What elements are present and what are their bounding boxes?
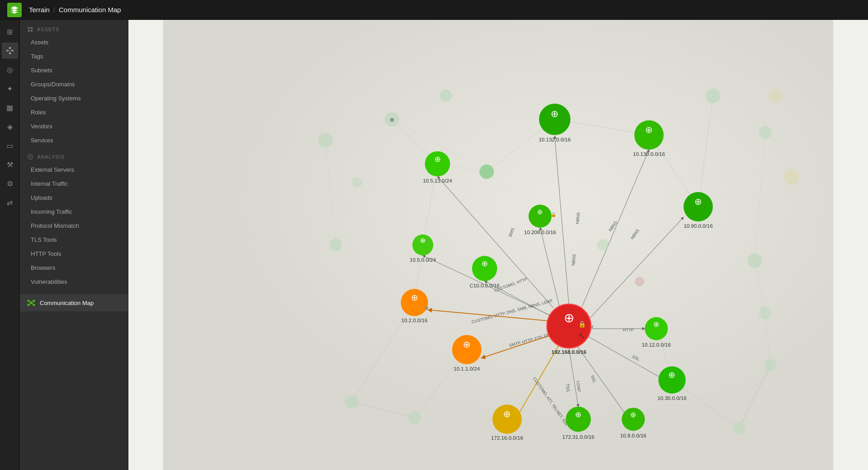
svg-point-16 — [33, 300, 35, 302]
svg-text:10.12.0.0/16: 10.12.0.0/16 — [642, 342, 671, 348]
svg-point-99 — [783, 169, 799, 185]
svg-text:172.31.0.0/16: 172.31.0.0/16 — [562, 434, 594, 440]
svg-text:LDAP: LDAP — [576, 381, 581, 392]
sidebar-item-uploads[interactable]: Uploads — [20, 191, 128, 205]
svg-point-17 — [28, 304, 29, 306]
svg-text:TSS: TSS — [566, 384, 571, 392]
svg-line-21 — [29, 303, 31, 305]
svg-text:⊕: ⊕ — [420, 236, 426, 244]
sidebar-item-external-servers[interactable]: External Servers — [20, 163, 128, 177]
svg-point-101 — [635, 277, 644, 287]
svg-text:🔒: 🔒 — [578, 320, 586, 328]
svg-text:⊕: ⊕ — [669, 370, 676, 380]
svg-point-112 — [479, 164, 494, 179]
svg-text:10.132.0.0/16: 10.132.0.0/16 — [539, 137, 571, 142]
svg-text:10.5.13.0/24: 10.5.13.0/24 — [423, 178, 452, 183]
svg-text:⊕: ⊕ — [481, 259, 488, 268]
svg-point-87 — [318, 133, 333, 147]
svg-text:192.168.0.0/16: 192.168.0.0/16 — [552, 349, 587, 355]
svg-text:⊕: ⊕ — [463, 339, 471, 349]
svg-point-15 — [28, 300, 29, 302]
svg-line-19 — [29, 301, 31, 302]
sidebar-item-roles[interactable]: Roles — [20, 105, 128, 119]
svg-rect-1 — [9, 53, 11, 54]
svg-text:10.5.0.0/24: 10.5.0.0/24 — [410, 257, 436, 263]
globe-nav[interactable]: ◎ — [2, 61, 18, 78]
alerts-nav[interactable]: ◈ — [2, 118, 18, 135]
svg-text:10.1.1.0/24: 10.1.1.0/24 — [454, 366, 481, 371]
svg-text:10.130.0.0/16: 10.130.0.0/16 — [633, 151, 665, 157]
sidebar-item-subnets[interactable]: Subnets — [20, 63, 128, 77]
svg-point-98 — [769, 89, 783, 103]
sidebar-item-groups[interactable]: Groups/Domains — [20, 77, 128, 91]
svg-text:HTTP: HTTP — [623, 328, 634, 332]
app-title: Terrain — [29, 6, 50, 14]
sidebar-item-tls-tools[interactable]: TLS Tools — [20, 233, 128, 247]
reports-nav[interactable]: ▦ — [2, 99, 18, 116]
svg-point-92 — [706, 89, 720, 103]
svg-text:⊕: ⊕ — [551, 108, 559, 119]
svg-line-22 — [32, 303, 33, 305]
sidebar-item-communication-map[interactable]: Communication Map — [20, 294, 128, 311]
monitor-nav[interactable]: ▭ — [2, 137, 18, 154]
svg-text:⊕: ⊕ — [630, 410, 636, 418]
sidebar: ASSETS Assets Tags Subnets Groups/Domain… — [20, 20, 128, 470]
main-layout: ⊞ ◎ ✦ ▦ ◈ ▭ ⚒ ⚙ ⇄ ASSETS Assets Tags Sub… — [0, 20, 868, 470]
svg-point-86 — [439, 89, 452, 102]
svg-text:10.90.0.0/16: 10.90.0.0/16 — [684, 223, 712, 229]
svg-text:🔒: 🔒 — [551, 212, 557, 217]
svg-text:⊕: ⊕ — [390, 117, 394, 122]
svg-rect-8 — [28, 27, 30, 29]
svg-rect-9 — [31, 27, 33, 29]
network-map[interactable]: BMS NBNS NBNS NBNS NBNS CUSTOMO, HTTP CU… — [128, 20, 868, 470]
svg-point-89 — [352, 177, 362, 187]
svg-text:⊕: ⊕ — [434, 155, 441, 164]
share-nav[interactable]: ⇄ — [2, 194, 18, 211]
svg-text:⊕: ⊕ — [503, 409, 511, 419]
svg-point-93 — [759, 126, 772, 139]
svg-rect-0 — [9, 47, 11, 49]
svg-point-97 — [733, 422, 745, 434]
sidebar-item-assets[interactable]: Assets — [20, 35, 128, 49]
svg-line-20 — [32, 301, 33, 302]
svg-text:⊕: ⊕ — [564, 311, 574, 325]
svg-point-95 — [759, 307, 772, 320]
svg-point-18 — [33, 304, 35, 306]
sidebar-item-vulnerabilities[interactable]: Vulnerabilities — [20, 275, 128, 289]
svg-point-96 — [764, 359, 777, 371]
settings-nav[interactable]: ⚙ — [2, 175, 18, 192]
svg-point-100 — [597, 239, 609, 250]
fingerprint-nav[interactable]: ✦ — [2, 80, 18, 97]
network-nav[interactable] — [2, 42, 18, 59]
svg-rect-11 — [31, 30, 33, 32]
svg-text:172.16.0.0/16: 172.16.0.0/16 — [491, 435, 523, 441]
svg-text:10.30.0.0/16: 10.30.0.0/16 — [657, 395, 686, 401]
dashboard-nav[interactable]: ⊞ — [2, 24, 18, 40]
sidebar-item-protocol-mismatch[interactable]: Protocol Mismatch — [20, 219, 128, 233]
svg-text:↖: ↖ — [578, 331, 585, 341]
svg-text:⊕: ⊕ — [575, 410, 581, 419]
svg-text:10.8.0.0/16: 10.8.0.0/16 — [620, 433, 646, 438]
svg-text:⊕: ⊕ — [645, 125, 653, 135]
sidebar-item-internal-traffic[interactable]: Internal Traffic — [20, 177, 128, 191]
sidebar-item-os[interactable]: Operating Systems — [20, 91, 128, 105]
assets-section-header: ASSETS — [20, 20, 128, 35]
sidebar-item-tags[interactable]: Tags — [20, 49, 128, 63]
svg-point-94 — [747, 254, 762, 268]
tools-nav[interactable]: ⚒ — [2, 156, 18, 173]
sidebar-item-services[interactable]: Services — [20, 133, 128, 147]
svg-text:⊕: ⊕ — [411, 293, 418, 302]
sidebar-item-http-tools[interactable]: HTTP Tools — [20, 247, 128, 261]
svg-text:⊕: ⊕ — [694, 197, 702, 207]
sidebar-item-incoming-traffic[interactable]: Incoming Traffic — [20, 205, 128, 219]
svg-text:C10.0.0.0/16: C10.0.0.0/16 — [470, 283, 500, 288]
svg-point-13 — [29, 156, 31, 158]
sidebar-item-vendors[interactable]: Vendors — [20, 119, 128, 133]
svg-rect-10 — [28, 30, 30, 32]
sidebar-item-browsers[interactable]: Browsers — [20, 261, 128, 275]
svg-text:⊕: ⊕ — [653, 320, 659, 328]
content-area: BMS NBNS NBNS NBNS NBNS CUSTOMO, HTTP CU… — [128, 20, 868, 470]
icon-bar: ⊞ ◎ ✦ ▦ ◈ ▭ ⚒ ⚙ ⇄ — [0, 20, 20, 470]
svg-point-91 — [408, 411, 421, 424]
svg-text:10.208.0.0/16: 10.208.0.0/16 — [524, 230, 556, 235]
